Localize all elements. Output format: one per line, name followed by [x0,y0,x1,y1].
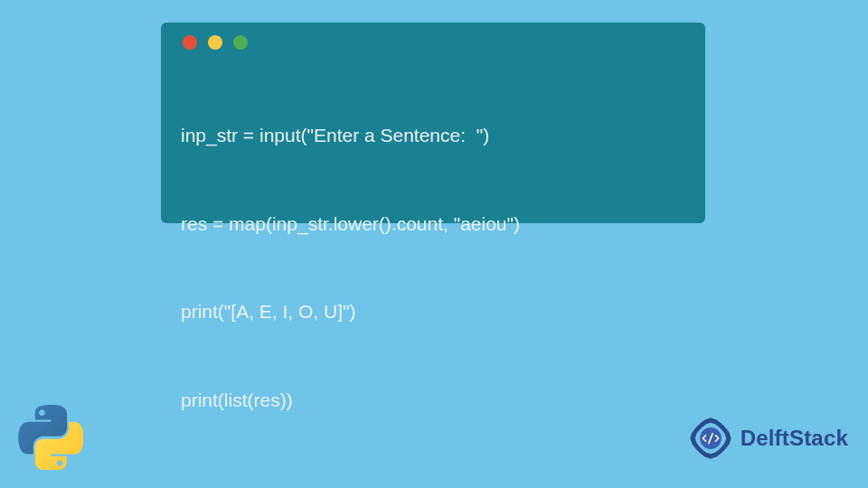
delftstack-logo: DelftStack [686,414,848,463]
delftstack-icon [686,414,735,463]
code-line: res = map(inp_str.lower().count, "aeiou"… [181,210,685,239]
code-line: print("[A, E, I, O, U]") [181,297,685,327]
delftstack-text: DelftStack [741,426,848,451]
minimize-icon [208,35,222,50]
window-controls [183,35,685,50]
close-icon [183,35,197,50]
code-window: inp_str = input("Enter a Sentence: ") re… [161,23,705,223]
python-logo-icon [18,405,83,470]
code-line: inp_str = input("Enter a Sentence: ") [181,121,685,151]
code-line: print(list(res)) [181,386,685,416]
code-block: inp_str = input("Enter a Sentence: ") re… [181,62,685,474]
maximize-icon [233,35,248,50]
